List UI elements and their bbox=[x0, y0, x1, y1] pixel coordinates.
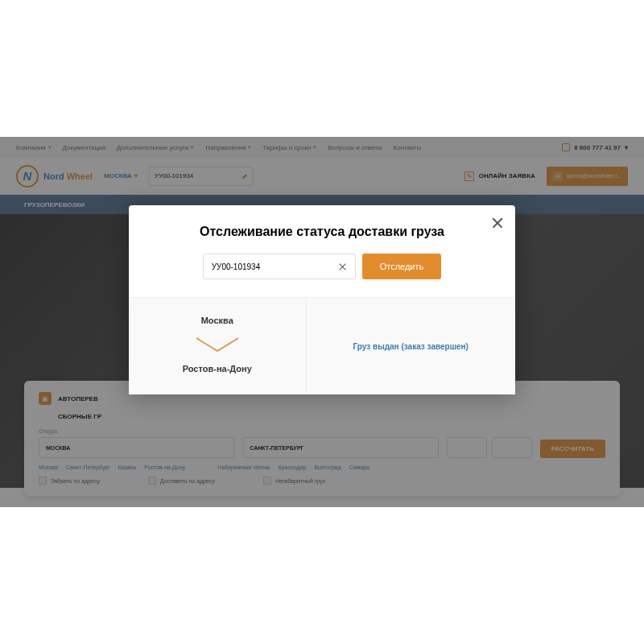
route-column: Москва Ростов-на-Дону bbox=[129, 298, 307, 394]
track-button[interactable]: Отследить bbox=[362, 254, 442, 279]
tracking-input[interactable]: УУ00-101934 bbox=[203, 254, 356, 279]
route-arrow-icon bbox=[193, 335, 242, 354]
destination-city: Ростов-на-Дону bbox=[183, 364, 252, 374]
delivery-status: Груз выдан (заказ завершен) bbox=[353, 342, 469, 351]
modal-title: Отслеживание статуса доставки груза bbox=[129, 205, 515, 254]
clear-icon[interactable] bbox=[338, 262, 347, 271]
tracking-value: УУ00-101934 bbox=[212, 262, 261, 271]
tracking-modal: Отслеживание статуса доставки груза УУ00… bbox=[129, 205, 515, 394]
status-column: Груз выдан (заказ завершен) bbox=[307, 298, 516, 394]
close-icon[interactable] bbox=[491, 217, 504, 229]
origin-city: Москва bbox=[201, 316, 233, 325]
